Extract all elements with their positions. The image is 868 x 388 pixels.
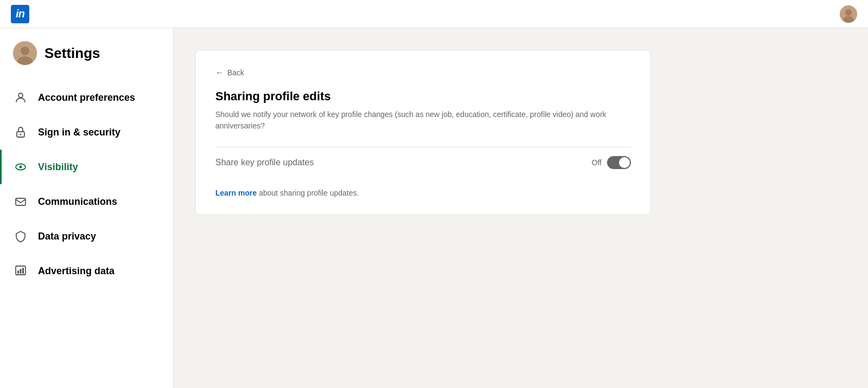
share-profile-updates-toggle[interactable]	[607, 156, 631, 169]
share-key-profile-updates-row: Share key profile updates Off	[215, 147, 631, 178]
chart-icon	[13, 263, 28, 279]
sidebar: Settings Account preferences Sign in	[0, 28, 174, 388]
learn-more-row: Learn more about sharing profile updates…	[215, 189, 631, 197]
toggle-area: Off	[592, 156, 631, 169]
sidebar-item-visibility[interactable]: Visibility	[0, 150, 173, 184]
toggle-off-label: Off	[592, 158, 602, 167]
back-label: Back	[227, 68, 244, 77]
svg-point-4	[21, 47, 29, 55]
back-button[interactable]: ← Back	[215, 68, 244, 77]
svg-rect-11	[16, 198, 25, 205]
settings-avatar	[13, 41, 37, 65]
linkedin-logo[interactable]: in	[11, 5, 29, 23]
page-layout: Settings Account preferences Sign in	[0, 0, 868, 388]
svg-point-8	[20, 134, 22, 135]
sidebar-item-label-account-preferences: Account preferences	[38, 92, 135, 104]
sidebar-item-advertising-data[interactable]: Advertising data	[0, 254, 173, 288]
svg-point-10	[20, 166, 22, 169]
envelope-icon	[13, 194, 28, 209]
learn-more-link[interactable]: Learn more	[215, 189, 257, 197]
toggle-knob	[619, 157, 630, 168]
sidebar-item-communications[interactable]: Communications	[0, 184, 173, 219]
sidebar-item-label-sign-in-security: Sign in & security	[38, 127, 120, 138]
sidebar-item-sign-in-security[interactable]: Sign in & security	[0, 115, 173, 150]
user-avatar-top[interactable]	[840, 5, 857, 23]
settings-header: Settings	[0, 41, 173, 80]
sidebar-item-label-visibility: Visibility	[38, 161, 78, 173]
topnav: in	[0, 0, 868, 28]
sidebar-item-data-privacy[interactable]: Data privacy	[0, 219, 173, 254]
learn-more-text: about sharing profile updates.	[257, 189, 359, 197]
shield-icon	[13, 229, 28, 244]
card-title: Sharing profile edits	[215, 89, 631, 104]
sidebar-item-label-advertising-data: Advertising data	[38, 266, 114, 277]
settings-title: Settings	[44, 45, 100, 62]
main-content: ← Back Sharing profile edits Should we n…	[174, 28, 868, 388]
person-icon	[13, 90, 28, 105]
svg-point-6	[18, 93, 23, 98]
setting-label: Share key profile updates	[215, 158, 314, 167]
sidebar-item-label-communications: Communications	[38, 196, 117, 208]
sidebar-item-label-data-privacy: Data privacy	[38, 231, 96, 242]
back-arrow-icon: ←	[215, 68, 224, 77]
lock-icon	[13, 125, 28, 140]
svg-point-1	[845, 9, 852, 16]
card-description: Should we notify your network of key pro…	[215, 109, 631, 132]
sidebar-item-account-preferences[interactable]: Account preferences	[0, 80, 173, 115]
svg-rect-15	[20, 269, 22, 274]
eye-icon	[13, 159, 28, 174]
svg-rect-14	[17, 270, 19, 274]
sharing-profile-edits-card: ← Back Sharing profile edits Should we n…	[195, 50, 651, 215]
svg-rect-16	[22, 268, 24, 274]
